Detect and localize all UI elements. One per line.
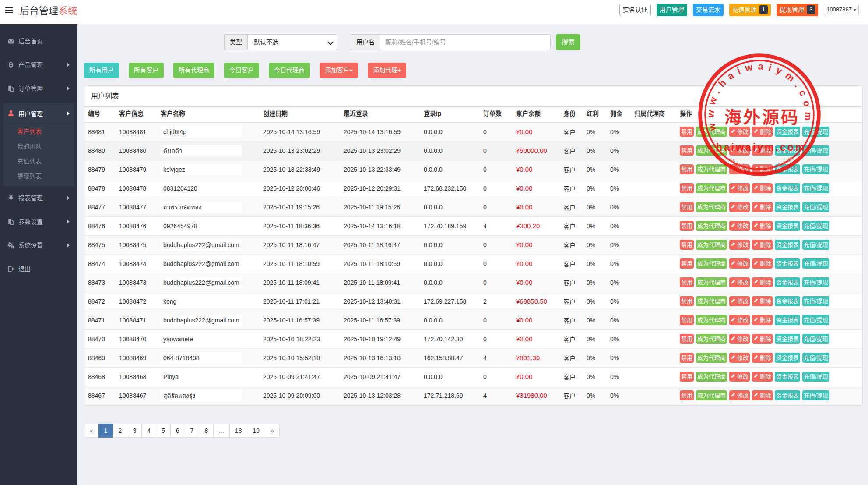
svg-text:haiwaiym.com: haiwaiym.com [716, 141, 806, 153]
svg-text:海外源码: 海外源码 [724, 108, 800, 127]
